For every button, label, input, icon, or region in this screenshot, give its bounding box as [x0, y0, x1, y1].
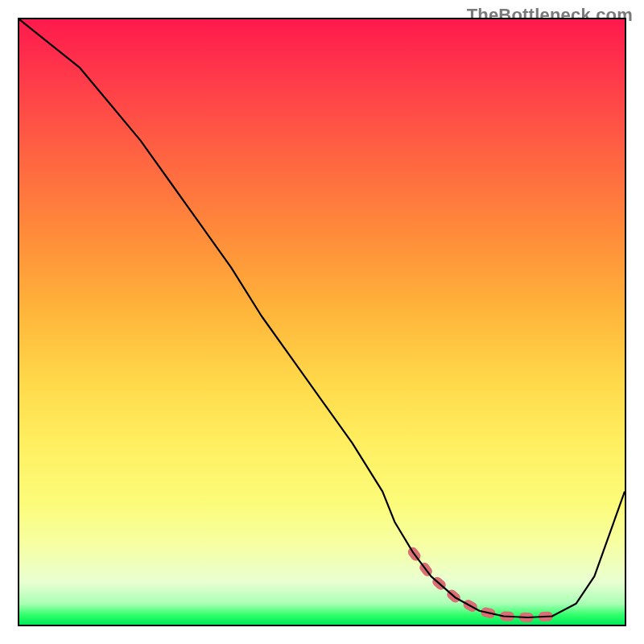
plot-area	[18, 18, 626, 626]
optimal-region-marker	[413, 552, 552, 617]
bottleneck-curve-line	[19, 19, 625, 617]
bottleneck-chart: TheBottleneck.com	[0, 0, 644, 644]
curve-overlay	[19, 19, 625, 625]
